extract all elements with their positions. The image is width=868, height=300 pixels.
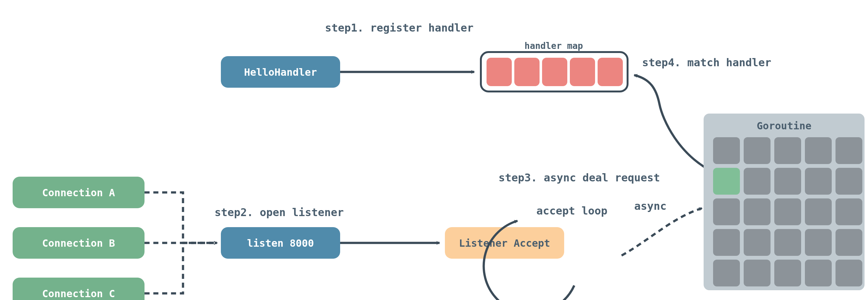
svg-rect-23 [836, 260, 862, 287]
svg-rect-15 [744, 229, 771, 256]
async-arrow [622, 208, 702, 256]
async-label: async [634, 200, 666, 212]
svg-rect-4 [836, 137, 862, 164]
svg-rect-5 [744, 168, 771, 195]
svg-rect-12 [805, 198, 832, 225]
svg-rect-1 [744, 137, 771, 164]
connection-c-label: Connection C [42, 288, 115, 300]
svg-rect-19 [713, 260, 740, 287]
goroutine-active-cell [713, 168, 740, 195]
handler-map-label: handler map [524, 41, 583, 51]
listen-label: listen 8000 [247, 237, 314, 249]
svg-rect-8 [836, 168, 862, 195]
svg-rect-9 [713, 198, 740, 225]
goroutine-grid [713, 137, 862, 287]
svg-rect-6 [774, 168, 801, 195]
svg-rect-22 [805, 260, 832, 287]
conn-a-line [145, 193, 217, 243]
goroutine-title: Goroutine [756, 120, 811, 132]
conn-c-line [145, 243, 217, 293]
step4-label: step4. match handler [642, 56, 771, 69]
accept-loop-label: accept loop [536, 204, 608, 217]
svg-rect-21 [774, 260, 801, 287]
arrow-match-handler [634, 75, 713, 172]
handler-slot [487, 58, 512, 86]
svg-rect-14 [713, 229, 740, 256]
svg-rect-18 [836, 229, 862, 256]
svg-rect-3 [805, 137, 832, 164]
svg-rect-17 [805, 229, 832, 256]
svg-rect-20 [744, 260, 771, 287]
svg-rect-10 [744, 198, 771, 225]
svg-rect-13 [836, 198, 862, 225]
svg-rect-2 [774, 137, 801, 164]
handler-slot [570, 58, 595, 86]
step2-label: step2. open listener [215, 206, 344, 219]
connection-a-label: Connection A [42, 187, 115, 199]
listener-accept-label: Listener Accept [459, 237, 550, 249]
svg-rect-11 [774, 198, 801, 225]
handler-slot [514, 58, 539, 86]
connection-b-label: Connection B [42, 237, 115, 249]
svg-rect-7 [805, 168, 832, 195]
handler-slot [542, 58, 567, 86]
handler-slot [598, 58, 623, 86]
hello-handler-label: HelloHandler [244, 66, 317, 78]
svg-rect-16 [774, 229, 801, 256]
svg-rect-0 [713, 137, 740, 164]
diagram-canvas: HelloHandler step1. register handler han… [0, 0, 868, 300]
step1-label: step1. register handler [325, 22, 474, 34]
step3-label: step3. async deal request [498, 171, 660, 184]
